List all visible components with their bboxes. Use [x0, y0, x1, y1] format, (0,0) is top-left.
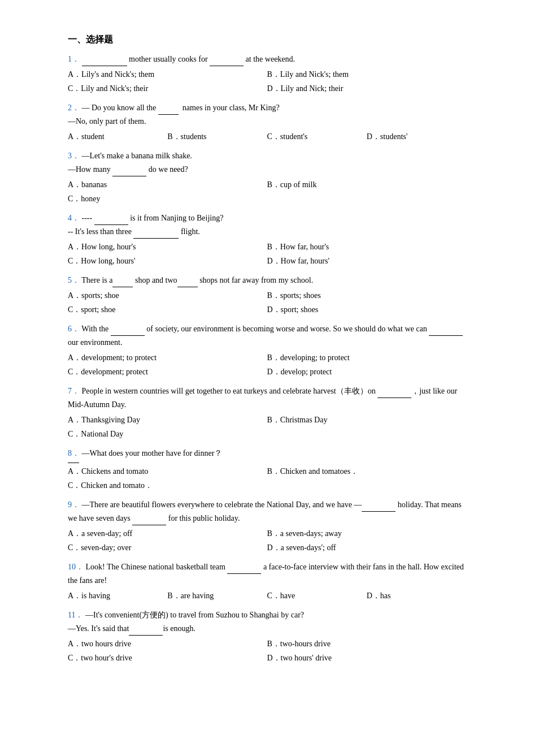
q5-text: There is a shop and two shops not far aw…	[81, 276, 313, 284]
q7-optA[interactable]: A．Thanksgiving Day	[68, 413, 267, 427]
q2-optC[interactable]: C．student's	[267, 129, 367, 144]
q5-optA[interactable]: A．sports; shoe	[68, 288, 267, 303]
q4-optA[interactable]: A．How long, hour's	[68, 240, 267, 254]
q4-optC[interactable]: C．How long, hours'	[68, 254, 267, 268]
q8-num: 8．	[68, 449, 80, 457]
q9-optD[interactable]: D．a seven-days'; off	[267, 541, 467, 555]
question-4: 4． ---- is it from Nanjing to Beijing? -…	[68, 211, 466, 268]
q7-num: 7．	[68, 387, 80, 395]
q2-num: 2．	[68, 103, 80, 112]
q4-text: ---- is it from Nanjing to Beijing?	[82, 214, 224, 222]
q3-optB[interactable]: B．cup of milk	[267, 178, 467, 192]
q3-text: —Let's make a banana milk shake.	[82, 152, 192, 160]
q2-optA[interactable]: A．student	[68, 129, 167, 144]
q5-optC[interactable]: C．sport; shoe	[68, 303, 267, 317]
q11-optD[interactable]: D．two hours' drive	[267, 651, 467, 665]
question-6: 6． With the of society, our environment …	[68, 322, 466, 379]
q5-optB[interactable]: B．sports; shoes	[267, 288, 467, 303]
q2-optD[interactable]: D．students'	[367, 129, 466, 144]
q8-optB[interactable]: B．Chicken and tomatoes．	[267, 464, 467, 478]
q8-optA[interactable]: A．Chickens and tomato	[68, 464, 267, 478]
q2-text: — Do you know all the names in your clas…	[82, 103, 280, 112]
q6-num: 6．	[68, 325, 80, 333]
q6-optD[interactable]: D．develop; protect	[267, 365, 467, 379]
q9-optC[interactable]: C．seven-day; over	[68, 541, 267, 555]
q11-text: —It's convenient(方便的) to travel from Suz…	[85, 611, 304, 619]
q1-text: mother usually cooks for at the weekend.	[82, 55, 296, 63]
question-1: 1． mother usually cooks for at the weeke…	[68, 53, 466, 96]
q7-optB[interactable]: B．Christmas Day	[267, 413, 467, 427]
q9-num: 9．	[68, 500, 80, 509]
question-11: 11． —It's convenient(方便的) to travel from…	[68, 608, 466, 665]
q5-num: 5．	[68, 276, 80, 284]
q11-optA[interactable]: A．two hours drive	[68, 637, 267, 651]
q3-num: 3．	[68, 152, 80, 160]
q3-optA[interactable]: A．bananas	[68, 178, 267, 192]
q2-optB[interactable]: B．students	[167, 129, 267, 144]
q6-optC[interactable]: C．development; protect	[68, 365, 267, 379]
q1-optC[interactable]: C．Lily and Nick's; their	[68, 81, 267, 96]
section-title: 一、选择题	[68, 34, 466, 46]
q10-optB[interactable]: B．are having	[167, 589, 267, 603]
q4-optD[interactable]: D．How far, hours'	[267, 254, 467, 268]
q10-optC[interactable]: C．have	[267, 589, 367, 603]
q10-num: 10．	[68, 563, 84, 571]
question-3: 3． —Let's make a banana milk shake. —How…	[68, 149, 466, 206]
question-5: 5． There is a shop and two shops not far…	[68, 274, 466, 317]
q6-text: With the of society, our environment is …	[68, 325, 463, 347]
q7-text: People in western countries will get tog…	[68, 387, 457, 409]
q1-optD[interactable]: D．Lily and Nick; their	[267, 81, 467, 96]
q7-optC[interactable]: C．National Day	[68, 427, 267, 441]
q1-optA[interactable]: A．Lily's and Nick's; them	[68, 67, 267, 81]
q5-optD[interactable]: D．sport; shoes	[267, 303, 467, 317]
q10-optA[interactable]: A．is having	[68, 589, 167, 603]
question-7: 7． People in western countries will get …	[68, 385, 466, 441]
q11-optB[interactable]: B．two-hours drive	[267, 637, 467, 651]
q9-optA[interactable]: A．a seven-day; off	[68, 526, 267, 541]
q3-optC[interactable]: C．honey	[68, 192, 267, 206]
q4-optB[interactable]: B．How far, hour's	[267, 240, 467, 254]
q4-num: 4．	[68, 214, 80, 222]
q11-optC[interactable]: C．two hour's drive	[68, 651, 267, 665]
question-2: 2． — Do you know all the names in your c…	[68, 101, 466, 144]
question-9: 9． —There are beautiful flowers everywhe…	[68, 498, 466, 555]
q6-optA[interactable]: A．development; to protect	[68, 351, 267, 365]
q9-optB[interactable]: B．a seven-days; away	[267, 526, 467, 541]
q9-text: —There are beautiful flowers everywhere …	[68, 500, 462, 522]
q1-optB[interactable]: B．Lily and Nick's; them	[267, 67, 467, 81]
q10-text: Look! The Chinese national basketball te…	[68, 563, 464, 585]
q1-num: 1．	[68, 55, 80, 63]
q8-text: —What does your mother have for dinner？	[82, 449, 223, 457]
q10-optD[interactable]: D．has	[367, 589, 466, 603]
q8-optC[interactable]: C．Chicken and tomato．	[68, 478, 466, 493]
question-8: 8． —What does your mother have for dinne…	[68, 447, 466, 493]
q6-optB[interactable]: B．developing; to protect	[267, 351, 467, 365]
q11-num: 11．	[68, 611, 83, 619]
question-10: 10． Look! The Chinese national basketbal…	[68, 560, 466, 603]
